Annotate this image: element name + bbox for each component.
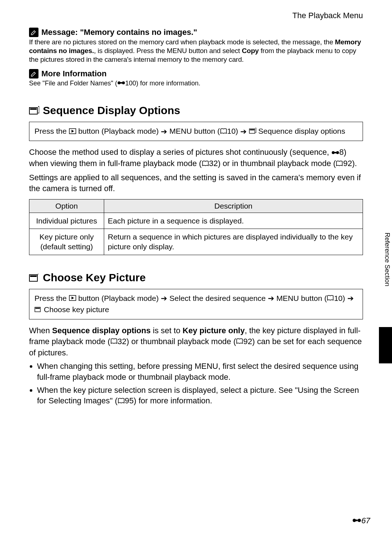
- book-icon: [110, 336, 118, 347]
- note-body: If there are no pictures stored on the m…: [29, 38, 363, 64]
- book-icon: [336, 158, 343, 169]
- menu-text: MENU: [167, 47, 187, 55]
- svg-rect-18: [354, 520, 358, 521]
- book-icon: [327, 293, 334, 303]
- note-body: See "File and Folder Names" (100) for mo…: [29, 79, 363, 88]
- note-more-information: More Information See "File and Folder Na…: [29, 69, 363, 88]
- side-tab: Reference Section: [382, 233, 392, 320]
- paragraph: When Sequence display options is set to …: [29, 325, 363, 358]
- bullet-list: When changing this setting, before press…: [29, 361, 363, 407]
- svg-rect-7: [250, 129, 254, 130]
- section-title: Choose Key Picture: [43, 271, 146, 284]
- table-cell: Each picture in a sequence is displayed.: [104, 213, 363, 229]
- book-icon: [220, 126, 227, 137]
- page-number: 67: [352, 516, 370, 525]
- svg-rect-9: [333, 152, 336, 153]
- svg-point-10: [336, 151, 339, 154]
- arrow-right-icon: ➔: [268, 293, 274, 303]
- table-row: Key picture only(default setting) Return…: [29, 229, 363, 255]
- table-header: Option: [29, 199, 104, 213]
- svg-text:✓: ✓: [36, 273, 39, 277]
- pencil-icon: [29, 28, 38, 37]
- thumb-index-tab: [379, 327, 392, 363]
- book-icon: [118, 396, 125, 407]
- svg-rect-4: [30, 108, 37, 110]
- svg-point-19: [358, 519, 361, 522]
- table-cell: Return a sequence in which pictures are …: [104, 229, 363, 255]
- table-cell: Key picture only(default setting): [29, 229, 104, 255]
- list-item: When the key picture selection screen is…: [37, 385, 363, 407]
- arrow-right-icon: ➔: [161, 126, 167, 137]
- key-picture-icon: [34, 305, 42, 315]
- section-sequence-display-options: Sequence Display Options Press the butto…: [29, 104, 363, 255]
- options-table: Option Description Individual pictures E…: [29, 199, 363, 255]
- list-item: When changing this setting, before press…: [37, 361, 363, 382]
- table-cell: Individual pictures: [29, 213, 104, 229]
- note-title: More Information: [41, 69, 107, 78]
- svg-rect-16: [35, 307, 40, 309]
- nav-breadcrumb: Press the button (Playback mode) ➔ Selec…: [29, 289, 363, 319]
- playback-button-icon: [69, 126, 76, 137]
- section-title: Sequence Display Options: [43, 104, 180, 117]
- playback-button-icon: [69, 293, 76, 303]
- sequence-icon: [29, 105, 39, 116]
- arrow-right-icon: ➔: [347, 293, 354, 303]
- book-icon: [236, 336, 243, 347]
- note-memory-no-images: Message: "Memory contains no images." If…: [29, 28, 363, 64]
- page-section-header: The Playback Menu: [29, 11, 363, 20]
- section-choose-key-picture: ✓ Choose Key Picture Press the button (P…: [29, 271, 363, 407]
- note-title: Message: "Memory contains no images.": [41, 28, 197, 37]
- pencil-icon: [29, 69, 38, 78]
- table-header: Description: [104, 199, 363, 213]
- key-picture-icon: ✓: [29, 273, 39, 283]
- svg-rect-12: [30, 275, 37, 277]
- svg-point-2: [122, 81, 125, 84]
- book-icon: [202, 158, 209, 169]
- table-row: Individual pictures Each picture in a se…: [29, 213, 363, 229]
- reference-link-icon: [331, 147, 339, 158]
- reference-link-icon: [117, 79, 125, 88]
- reference-link-icon: [352, 516, 362, 525]
- sequence-icon: [249, 126, 256, 137]
- arrow-right-icon: ➔: [161, 293, 167, 303]
- paragraph: Settings are applied to all sequences, a…: [29, 172, 363, 194]
- svg-rect-1: [119, 82, 122, 84]
- side-section-label: Reference Section: [383, 233, 391, 286]
- arrow-right-icon: ➔: [240, 126, 247, 137]
- paragraph: Choose the method used to display a seri…: [29, 147, 363, 169]
- nav-breadcrumb: Press the button (Playback mode) ➔ MENU …: [29, 122, 363, 141]
